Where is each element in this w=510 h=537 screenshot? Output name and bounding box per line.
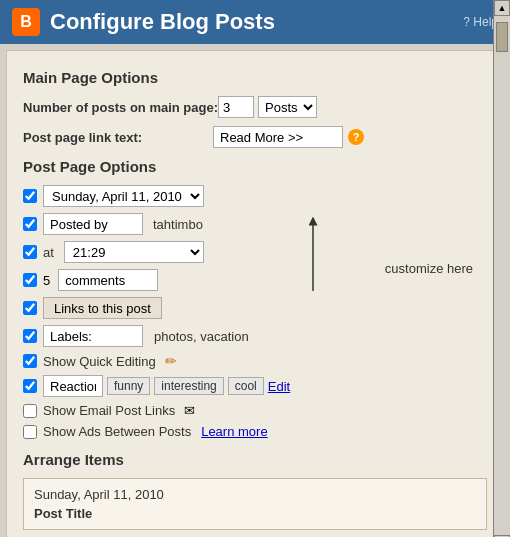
- reaction-interesting: interesting: [154, 377, 223, 395]
- posted-by-checkbox[interactable]: [23, 217, 37, 231]
- arrange-post-title: Post Title: [34, 506, 476, 521]
- reactions-checkbox[interactable]: [23, 379, 37, 393]
- pencil-icon: ✏: [165, 353, 177, 369]
- post-link-label: Post page link text:: [23, 130, 213, 145]
- comments-input[interactable]: [58, 269, 158, 291]
- ads-row: Show Ads Between Posts Learn more: [23, 424, 487, 439]
- labels-values: photos, vacation: [154, 329, 249, 344]
- email-row: Show Email Post Links ✉: [23, 403, 487, 418]
- quick-edit-row: Show Quick Editing ✏: [23, 353, 487, 369]
- time-select[interactable]: 21:29: [64, 241, 204, 263]
- quick-edit-label: Show Quick Editing: [43, 354, 156, 369]
- reaction-cool: cool: [228, 377, 264, 395]
- learn-more-link[interactable]: Learn more: [201, 424, 267, 439]
- num-posts-label: Number of posts on main page:: [23, 100, 218, 115]
- ads-label: Show Ads Between Posts: [43, 424, 191, 439]
- labels-input[interactable]: [43, 325, 143, 347]
- arrange-box: Sunday, April 11, 2010 Post Title: [23, 478, 487, 530]
- post-link-row: Post page link text: ?: [23, 126, 487, 148]
- main-content: Main Page Options Number of posts on mai…: [6, 50, 504, 537]
- arrange-date: Sunday, April 11, 2010: [34, 487, 476, 502]
- reaction-funny: funny: [107, 377, 150, 395]
- labels-checkbox[interactable]: [23, 329, 37, 343]
- reactions-input[interactable]: [43, 375, 103, 397]
- main-page-options-title: Main Page Options: [23, 69, 487, 86]
- arrange-items-title: Arrange Items: [23, 451, 487, 468]
- scroll-up-arrow[interactable]: ▲: [494, 0, 510, 16]
- comments-checkbox[interactable]: [23, 273, 37, 287]
- links-button[interactable]: Links to this post: [43, 297, 162, 319]
- email-label: Show Email Post Links: [43, 403, 175, 418]
- reactions-row: funny interesting cool Edit: [23, 375, 487, 397]
- time-checkbox[interactable]: [23, 245, 37, 259]
- arrange-items-section: Arrange Items Sunday, April 11, 2010 Pos…: [23, 451, 487, 530]
- email-icon: ✉: [184, 403, 195, 418]
- labels-row: photos, vacation: [23, 325, 487, 347]
- email-checkbox[interactable]: [23, 404, 37, 418]
- date-select[interactable]: Sunday, April 11, 2010: [43, 185, 204, 207]
- quick-edit-checkbox[interactable]: [23, 354, 37, 368]
- help-icon[interactable]: ?: [348, 129, 364, 145]
- comments-count: 5: [43, 273, 50, 288]
- date-row: Sunday, April 11, 2010: [23, 185, 487, 207]
- post-page-options-title: Post Page Options: [23, 158, 487, 175]
- blogger-icon: B: [12, 8, 40, 36]
- reactions-container: funny interesting cool Edit: [43, 375, 290, 397]
- author-name: tahtimbo: [153, 217, 203, 232]
- num-posts-input[interactable]: [218, 96, 254, 118]
- page-title: Configure Blog Posts: [50, 9, 275, 35]
- scrollbar[interactable]: ▲ ▼: [493, 0, 510, 537]
- num-posts-row: Number of posts on main page: Posts Days: [23, 96, 487, 118]
- annotation: customize here: [385, 261, 473, 276]
- annotation-arrow: [293, 211, 423, 301]
- scroll-thumb[interactable]: [496, 22, 508, 52]
- header: B Configure Blog Posts ? Help: [0, 0, 510, 44]
- at-label: at: [43, 245, 54, 260]
- posts-select[interactable]: Posts Days: [258, 96, 317, 118]
- posted-by-input[interactable]: [43, 213, 143, 235]
- date-checkbox[interactable]: [23, 189, 37, 203]
- post-link-input[interactable]: [213, 126, 343, 148]
- reactions-edit-link[interactable]: Edit: [268, 379, 290, 394]
- links-checkbox[interactable]: [23, 301, 37, 315]
- ads-checkbox[interactable]: [23, 425, 37, 439]
